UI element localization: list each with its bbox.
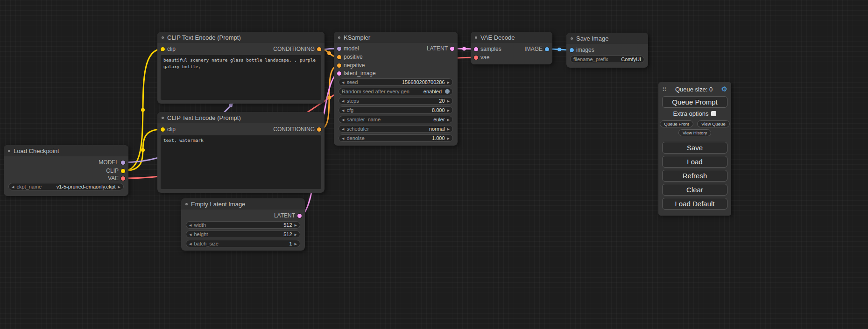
queue-prompt-button[interactable]: Queue Prompt — [662, 96, 727, 108]
random-seed-toggle-widget[interactable]: Random seed after every gen enabled — [339, 88, 453, 95]
scheduler-widget[interactable]: ◀ scheduler normal ▶ — [339, 125, 453, 133]
load-button[interactable]: Load — [662, 156, 727, 168]
negative-prompt-textarea[interactable]: text, watermark — [161, 135, 321, 189]
output-slot-latent[interactable]: LATENT — [274, 212, 302, 219]
output-slot-clip[interactable]: CLIP — [106, 167, 125, 175]
collapse-dot-icon[interactable] — [475, 36, 477, 39]
output-slot-conditioning[interactable]: CONDITIONING — [273, 126, 321, 133]
node-titlebar[interactable]: KSampler — [334, 32, 458, 43]
increment-arrow-icon[interactable]: ▶ — [447, 109, 450, 112]
node-clip-text-encode-negative[interactable]: CLIP Text Encode (Prompt) clip CONDITION… — [157, 112, 325, 193]
decrement-arrow-icon[interactable]: ◀ — [342, 81, 344, 84]
input-slot-latent-image[interactable]: latent_image — [337, 70, 376, 77]
increment-arrow-icon[interactable]: ▶ — [447, 137, 450, 140]
positive-prompt-textarea[interactable]: beautiful scenery nature glass bottle la… — [161, 55, 321, 100]
settings-gear-icon[interactable]: ⚙ — [721, 85, 727, 93]
vae-port-icon[interactable] — [121, 176, 125, 181]
decrement-arrow-icon[interactable]: ◀ — [342, 109, 344, 112]
node-load-checkpoint[interactable]: Load Checkpoint MODEL CLIP VAE ◀ ckpt_na… — [4, 145, 128, 196]
input-slot-images[interactable]: images — [570, 46, 594, 54]
increment-arrow-icon[interactable]: ▶ — [447, 99, 450, 103]
output-slot-image[interactable]: IMAGE — [524, 45, 549, 53]
latent-port-icon[interactable] — [450, 47, 454, 51]
image-port-icon[interactable] — [545, 47, 549, 51]
collapse-dot-icon[interactable] — [162, 36, 164, 39]
increment-arrow-icon[interactable]: ▶ — [447, 127, 450, 131]
decrement-arrow-icon[interactable]: ◀ — [189, 233, 191, 236]
node-clip-text-encode-positive[interactable]: CLIP Text Encode (Prompt) clip CONDITION… — [157, 32, 325, 104]
decrement-arrow-icon[interactable]: ◀ — [342, 137, 344, 140]
node-titlebar[interactable]: CLIP Text Encode (Prompt) — [157, 32, 325, 43]
queue-panel[interactable]: ⠿ Queue size: 0 ⚙ Queue Prompt Extra opt… — [658, 82, 731, 216]
collapse-dot-icon[interactable] — [162, 117, 164, 119]
input-slot-positive[interactable]: positive — [337, 53, 363, 61]
seed-widget[interactable]: ◀ seed 156680208700286 ▶ — [339, 78, 453, 86]
input-slot-clip[interactable]: clip — [161, 45, 176, 53]
node-ksampler[interactable]: KSampler model positive negative latent_… — [334, 32, 458, 146]
input-slot-clip[interactable]: clip — [161, 126, 176, 133]
collapse-dot-icon[interactable] — [8, 150, 10, 152]
decrement-arrow-icon[interactable]: ◀ — [189, 242, 191, 245]
image-port-icon[interactable] — [570, 48, 574, 52]
conditioning-port-icon[interactable] — [317, 47, 321, 51]
increment-arrow-icon[interactable]: ▶ — [118, 185, 120, 189]
input-slot-vae[interactable]: vae — [474, 54, 489, 61]
decrement-arrow-icon[interactable]: ◀ — [342, 127, 344, 131]
clear-button[interactable]: Clear — [662, 184, 727, 196]
collapse-dot-icon[interactable] — [571, 37, 573, 40]
batch-size-widget[interactable]: ◀ batch_size 1 ▶ — [186, 240, 300, 247]
increment-arrow-icon[interactable]: ▶ — [295, 242, 297, 245]
comfyui-canvas[interactable]: { "icons": { "left_arrow": "◀", "right_a… — [0, 0, 868, 329]
conditioning-port-icon[interactable] — [337, 63, 341, 68]
collapse-dot-icon[interactable] — [185, 203, 188, 205]
node-titlebar[interactable]: Save Image — [566, 33, 648, 44]
input-slot-negative[interactable]: negative — [337, 62, 365, 69]
output-slot-latent[interactable]: LATENT — [427, 45, 454, 52]
decrement-arrow-icon[interactable]: ◀ — [189, 224, 191, 227]
steps-widget[interactable]: ◀ steps 20 ▶ — [339, 97, 453, 105]
node-titlebar[interactable]: VAE Decode — [471, 32, 552, 43]
conditioning-port-icon[interactable] — [317, 127, 321, 132]
node-empty-latent-image[interactable]: Empty Latent Image LATENT ◀ width 512 ▶ … — [181, 198, 305, 251]
input-slot-samples[interactable]: samples — [474, 45, 501, 53]
node-titlebar[interactable]: Load Checkpoint — [4, 145, 128, 156]
clip-port-icon[interactable] — [121, 169, 125, 173]
queue-front-button[interactable]: Queue Front — [660, 120, 693, 127]
latent-port-icon[interactable] — [474, 47, 478, 51]
load-default-button[interactable]: Load Default — [662, 198, 727, 210]
decrement-arrow-icon[interactable]: ◀ — [342, 118, 344, 121]
node-titlebar[interactable]: CLIP Text Encode (Prompt) — [157, 112, 325, 123]
cfg-widget[interactable]: ◀ cfg 8.000 ▶ — [339, 106, 453, 114]
save-button[interactable]: Save — [662, 142, 727, 154]
latent-port-icon[interactable] — [337, 71, 341, 76]
increment-arrow-icon[interactable]: ▶ — [447, 118, 450, 121]
conditioning-port-icon[interactable] — [337, 55, 341, 59]
drag-handle-icon[interactable]: ⠿ — [662, 86, 667, 93]
clip-port-icon[interactable] — [161, 127, 165, 132]
filename-prefix-widget[interactable]: filename_prefix ComfyUI — [570, 56, 644, 63]
node-save-image[interactable]: Save Image images filename_prefix ComfyU… — [566, 33, 648, 68]
node-vae-decode[interactable]: VAE Decode samples IMAGE vae — [471, 32, 552, 64]
width-widget[interactable]: ◀ width 512 ▶ — [186, 221, 300, 229]
output-slot-conditioning[interactable]: CONDITIONING — [273, 45, 321, 53]
vae-port-icon[interactable] — [474, 56, 478, 60]
view-history-button[interactable]: View History — [678, 129, 712, 136]
view-queue-button[interactable]: View Queue — [697, 120, 730, 127]
sampler-name-widget[interactable]: ◀ sampler_name euler ▶ — [339, 116, 453, 123]
output-slot-vae[interactable]: VAE — [108, 175, 125, 182]
input-slot-model[interactable]: model — [337, 45, 359, 52]
output-slot-model[interactable]: MODEL — [99, 159, 125, 166]
latent-port-icon[interactable] — [297, 214, 302, 218]
toggle-knob-icon[interactable] — [445, 89, 450, 94]
increment-arrow-icon[interactable]: ▶ — [295, 233, 297, 236]
ckpt-name-widget[interactable]: ◀ ckpt_name v1-5-pruned-emaonly.ckpt ▶ — [8, 183, 124, 190]
denoise-widget[interactable]: ◀ denoise 1.000 ▶ — [339, 134, 453, 142]
increment-arrow-icon[interactable]: ▶ — [295, 224, 297, 227]
decrement-arrow-icon[interactable]: ◀ — [12, 185, 14, 189]
increment-arrow-icon[interactable]: ▶ — [447, 81, 450, 84]
clip-port-icon[interactable] — [161, 47, 165, 51]
collapse-dot-icon[interactable] — [338, 36, 340, 39]
model-port-icon[interactable] — [337, 47, 341, 51]
height-widget[interactable]: ◀ height 512 ▶ — [186, 231, 300, 238]
node-titlebar[interactable]: Empty Latent Image — [181, 198, 305, 210]
